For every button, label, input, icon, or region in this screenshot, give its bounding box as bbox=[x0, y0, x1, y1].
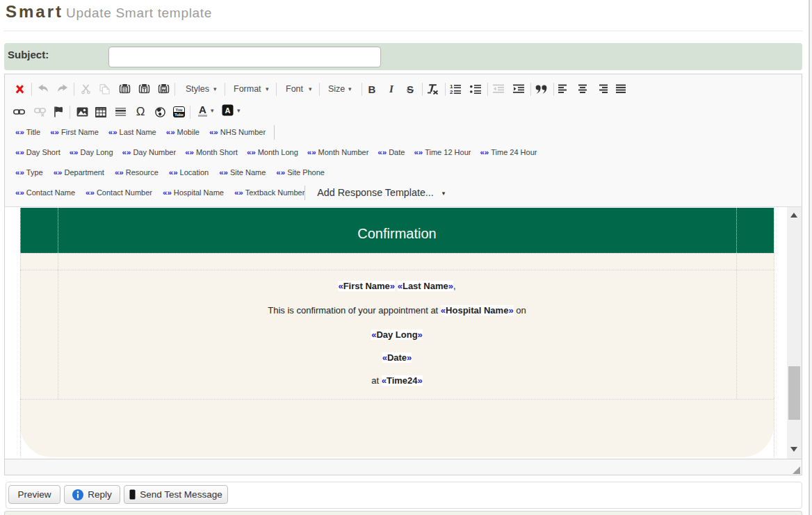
svg-text:Tube: Tube bbox=[174, 113, 183, 117]
svg-text:2: 2 bbox=[450, 89, 453, 95]
svg-text:You: You bbox=[175, 108, 182, 112]
svg-text:A: A bbox=[225, 106, 231, 115]
